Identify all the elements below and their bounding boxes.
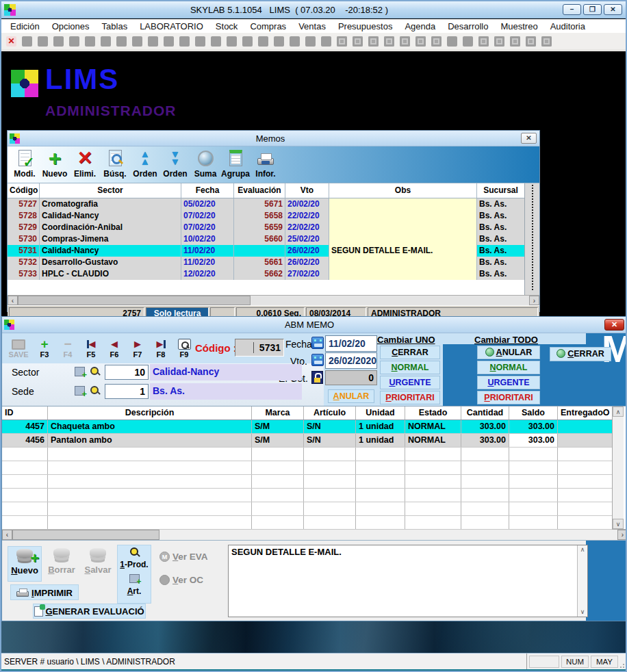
sum-button[interactable]: Suma (190, 147, 220, 179)
imprimir-button[interactable]: IMPRIMIR (10, 584, 79, 600)
toolbar-icon[interactable] (85, 36, 95, 47)
col-cantidad[interactable]: Cantidad (461, 406, 509, 419)
generar-evaluacion-button[interactable]: GENERAR EVALUACIÓ (33, 604, 146, 619)
toolbar-icon[interactable] (494, 36, 504, 47)
order-asc-button[interactable]: ▲▲ Orden (130, 147, 160, 179)
toolbar-icon[interactable] (415, 36, 426, 47)
memo-textarea[interactable]: SEGUN DETALLE E-MAIL. ∧ ∨ (228, 545, 588, 617)
toolbar-icon[interactable] (400, 36, 410, 47)
toolbar-icon[interactable] (541, 36, 552, 47)
empty-row[interactable] (2, 502, 612, 516)
col-descripcion[interactable]: Descripción (48, 406, 252, 419)
abm-close-button[interactable]: ✕ (604, 319, 624, 331)
item-row-selected[interactable]: 4457 Chaqueta ambo S/M S/N 1 unidad NORM… (2, 420, 612, 434)
new-button[interactable]: + Nuevo (40, 147, 70, 179)
maximize-button[interactable]: ❐ (583, 4, 602, 15)
memos-side-scrollbar[interactable] (524, 183, 539, 295)
add-record-button[interactable]: + F3 (34, 338, 55, 359)
toolbar-icon[interactable] (305, 36, 316, 47)
toolbar-icon[interactable] (447, 36, 457, 47)
group-button[interactable]: Agrupa (220, 147, 251, 179)
menu-tablas[interactable]: Tablas (96, 21, 134, 31)
lookup-icon[interactable] (90, 366, 100, 376)
next-record-button[interactable]: ▶ F7 (127, 338, 149, 359)
urgente-todo-button[interactable]: URGENTE (477, 376, 540, 389)
menu-laboratorio[interactable]: LABORATORIO (133, 21, 209, 31)
toolbar-icon[interactable] (242, 36, 253, 47)
toolbar-icon[interactable] (463, 36, 473, 47)
table-add-icon[interactable] (75, 386, 85, 396)
col-saldo[interactable]: Saldo (509, 406, 558, 419)
art-button[interactable]: Art. (127, 586, 142, 596)
anular-button[interactable]: ANULAR (328, 389, 374, 403)
toolbar-icon[interactable] (258, 36, 268, 47)
menu-auditoria[interactable]: Auditoria (544, 21, 591, 31)
empty-row[interactable] (2, 475, 612, 489)
toolbar-icon[interactable] (148, 36, 158, 47)
col-estado[interactable]: Estado (405, 406, 461, 419)
scroll-down-icon[interactable]: ∨ (578, 608, 587, 617)
toolbar-icon[interactable] (274, 36, 284, 47)
prod-button[interactable]: 1-Prod. (120, 560, 148, 569)
normal-todo-button[interactable]: NORMAL (477, 361, 540, 374)
toolbar-icon[interactable] (179, 36, 190, 47)
scrollbar-thumb[interactable] (18, 296, 251, 305)
menu-presupuestos[interactable]: Presupuestos (332, 21, 399, 31)
toolbar-icon[interactable] (164, 36, 174, 47)
toolbar-icon[interactable] (53, 36, 64, 47)
prev-record-button[interactable]: ◀ F6 (103, 338, 125, 359)
last-record-button[interactable]: ▶ F8 (150, 338, 172, 359)
toolbar-icon[interactable] (321, 36, 331, 47)
col-evaluacion[interactable]: Evaluación (234, 183, 285, 198)
col-fecha[interactable]: Fecha (181, 183, 234, 198)
nuevo-button[interactable]: Nuevo (8, 546, 42, 582)
prod-art-buttons[interactable]: 1-Prod. Art. (117, 545, 151, 604)
scrollbar-thumb[interactable] (12, 530, 159, 540)
toolbar-icon[interactable] (69, 36, 79, 47)
vto-field[interactable]: 26/02/2020 (325, 352, 377, 369)
toolbar-icon[interactable] (353, 36, 363, 47)
toolbar-icon[interactable] (368, 36, 379, 47)
toolbar-icon[interactable] (337, 36, 347, 47)
item-row[interactable]: 4456 Pantalon ambo S/M S/N 1 unidad NORM… (2, 434, 612, 448)
col-marca[interactable]: Marca (252, 406, 304, 419)
ver-oc-button[interactable]: Ver OC (159, 575, 203, 585)
cerrar-button[interactable]: CERRAR (550, 347, 611, 361)
menu-stock[interactable]: Stock (209, 21, 244, 31)
anular-todo-button[interactable]: ANULAR (477, 346, 540, 359)
first-record-button[interactable]: ◀ F5 (80, 338, 102, 359)
menu-opciones[interactable]: Opciones (46, 21, 96, 31)
toolbar-icon[interactable] (526, 36, 536, 47)
lookup-icon[interactable] (90, 385, 100, 396)
items-horizontal-scrollbar[interactable]: ‹ › (2, 529, 627, 540)
close-button[interactable]: ✕ (604, 4, 622, 15)
toolbar-icon[interactable] (290, 36, 300, 47)
toolbar-icon[interactable] (22, 36, 32, 47)
urgente-uno-button[interactable]: URGENTE (380, 376, 440, 389)
toolbar-icon[interactable] (116, 36, 127, 47)
modify-button[interactable]: Modi. (10, 147, 40, 179)
memo-vertical-scrollbar[interactable]: ∧ ∨ (577, 545, 587, 617)
memos-horizontal-scrollbar[interactable]: ‹ › (8, 295, 539, 305)
items-vertical-scrollbar[interactable]: ∧ ∨ (612, 406, 624, 529)
col-sucursal[interactable]: Sucursal (477, 183, 524, 198)
prioritari-uno-button[interactable]: PRIORITARI (380, 391, 440, 404)
col-codigo[interactable]: Código (8, 183, 40, 198)
scroll-right-icon[interactable]: › (617, 530, 627, 540)
search-button[interactable]: Búsq. (100, 147, 130, 179)
col-sector[interactable]: Sector (40, 183, 181, 198)
empty-row[interactable] (2, 461, 612, 475)
normal-uno-button[interactable]: NORMAL (380, 361, 440, 374)
calendar-icon[interactable] (311, 337, 324, 349)
fecha-field[interactable]: 11/02/20 (325, 335, 377, 352)
toolbar-icon[interactable] (227, 36, 237, 47)
sector-code-input[interactable]: 10 (105, 365, 149, 380)
report-button[interactable]: Infor. (251, 147, 281, 179)
toolbar-icon[interactable] (38, 36, 48, 47)
menu-muestreo[interactable]: Muestreo (494, 21, 543, 31)
toolbar-icon[interactable] (132, 36, 142, 47)
menu-agenda[interactable]: Agenda (398, 21, 442, 31)
table-row[interactable]: 5728 Calidad-Nancy 07/02/20 5658 22/02/2… (8, 210, 524, 222)
menu-desarrollo[interactable]: Desarrollo (442, 21, 494, 31)
scroll-down-icon[interactable]: ∨ (613, 519, 624, 529)
